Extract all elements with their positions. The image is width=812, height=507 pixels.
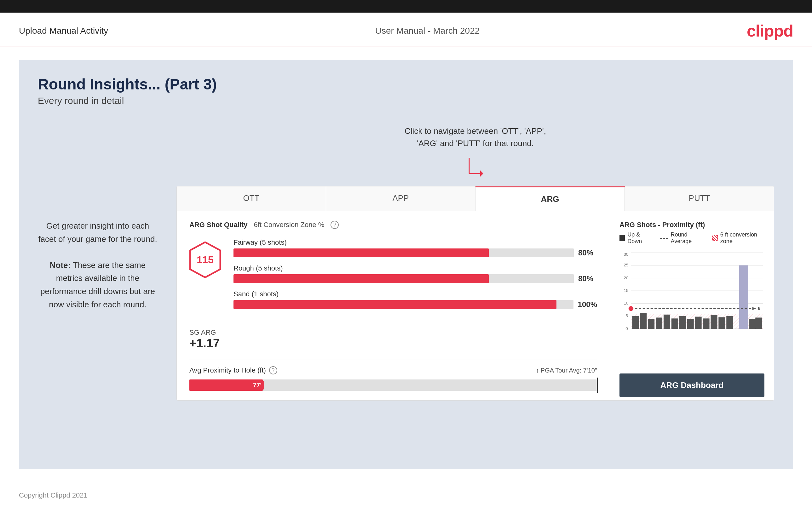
svg-text:15: 15 bbox=[623, 288, 628, 293]
tabs-container: OTT APP ARG PUTT bbox=[177, 186, 774, 211]
legend-round-avg: Round Average bbox=[660, 231, 705, 245]
svg-rect-20 bbox=[632, 316, 639, 329]
chart-header: ARG Shots - Proximity (ft) Up & Down Rou… bbox=[619, 221, 764, 245]
tab-app[interactable]: APP bbox=[326, 186, 475, 211]
svg-text:30: 30 bbox=[623, 252, 628, 257]
right-panel: Click to navigate between 'OTT', 'APP','… bbox=[176, 125, 774, 401]
footer: Copyright Clippd 2021 bbox=[0, 482, 812, 507]
svg-rect-30 bbox=[703, 318, 710, 329]
svg-rect-25 bbox=[671, 318, 678, 329]
svg-point-37 bbox=[629, 306, 633, 311]
upload-activity-link[interactable]: Upload Manual Activity bbox=[19, 26, 108, 36]
sand-row: Sand (1 shots) 100% bbox=[234, 290, 597, 309]
tab-arg[interactable]: ARG bbox=[475, 186, 625, 211]
hex-bars-container: 115 Fairway (5 shots) bbox=[189, 238, 597, 316]
svg-marker-38 bbox=[753, 307, 756, 310]
round-avg-icon bbox=[660, 238, 668, 239]
sand-pct: 100% bbox=[578, 300, 597, 309]
card-left-section: ARG Shot Quality 6ft Conversion Zone % ? bbox=[177, 211, 610, 400]
pga-avg: ↑ PGA Tour Avg: 7'10" bbox=[536, 367, 597, 374]
6ft-zone-icon bbox=[712, 235, 718, 241]
svg-rect-23 bbox=[656, 318, 662, 329]
svg-rect-31 bbox=[711, 315, 717, 329]
proximity-header: Avg Proximity to Hole (ft) ? ↑ PGA Tour … bbox=[189, 366, 597, 375]
card-right-section: ARG Shots - Proximity (ft) Up & Down Rou… bbox=[610, 211, 774, 400]
legend-up-down: Up & Down bbox=[619, 231, 652, 245]
proximity-chart: 0 5 10 15 20 25 30 bbox=[619, 251, 764, 333]
clippd-logo: clippd bbox=[747, 21, 793, 40]
svg-rect-34 bbox=[749, 319, 756, 329]
shot-bars: Fairway (5 shots) 80% bbox=[234, 238, 597, 316]
help-icon[interactable]: ? bbox=[331, 221, 339, 229]
rough-label: Rough (5 shots) bbox=[234, 264, 597, 272]
manual-title: User Manual - March 2022 bbox=[375, 26, 479, 36]
left-panel: Get greater insight into each facet of y… bbox=[38, 125, 158, 401]
top-bar bbox=[0, 0, 812, 13]
proximity-help-icon[interactable]: ? bbox=[269, 366, 277, 375]
chart-area: 0 5 10 15 20 25 30 bbox=[619, 251, 764, 369]
description-text: Get greater insight into each facet of y… bbox=[38, 221, 157, 309]
annotation-text: Click to navigate between 'OTT', 'APP','… bbox=[176, 125, 774, 150]
svg-rect-32 bbox=[718, 318, 725, 329]
sg-label: SG ARG bbox=[189, 329, 597, 337]
sand-bar-track bbox=[234, 300, 573, 309]
svg-rect-35 bbox=[755, 318, 762, 329]
svg-rect-26 bbox=[679, 316, 686, 329]
conversion-zone-label: 6ft Conversion Zone % bbox=[254, 221, 324, 229]
fairway-label: Fairway (5 shots) bbox=[234, 238, 597, 246]
rough-bar-fill bbox=[234, 274, 489, 283]
svg-text:5: 5 bbox=[625, 314, 628, 318]
proximity-cursor bbox=[597, 378, 598, 393]
rough-row: Rough (5 shots) 80% bbox=[234, 264, 597, 283]
annotation-arrow bbox=[176, 155, 774, 183]
svg-marker-2 bbox=[480, 170, 484, 177]
card-body: ARG Shot Quality 6ft Conversion Zone % ? bbox=[177, 211, 774, 400]
svg-text:8: 8 bbox=[758, 306, 761, 311]
svg-text:10: 10 bbox=[623, 301, 628, 305]
svg-rect-29 bbox=[695, 317, 702, 329]
svg-text:20: 20 bbox=[623, 276, 628, 280]
up-down-label: Up & Down bbox=[627, 231, 652, 245]
svg-rect-28 bbox=[687, 319, 694, 329]
svg-rect-27 bbox=[739, 266, 748, 329]
legend-6ft: 6 ft conversion zone bbox=[712, 231, 764, 245]
arg-dashboard-button[interactable]: ARG Dashboard bbox=[619, 374, 764, 397]
proximity-title: Avg Proximity to Hole (ft) ? bbox=[189, 366, 277, 375]
left-description: Get greater insight into each facet of y… bbox=[38, 220, 158, 311]
sand-bar-fill bbox=[234, 300, 556, 309]
round-avg-label: Round Average bbox=[670, 231, 705, 245]
sand-label: Sand (1 shots) bbox=[234, 290, 597, 298]
proximity-bar-fill: 77' bbox=[189, 380, 263, 391]
fairway-pct: 80% bbox=[578, 248, 597, 257]
chart-legend: Up & Down Round Average 6 ft conversion … bbox=[619, 231, 764, 245]
svg-text:0: 0 bbox=[625, 326, 628, 331]
hex-value: 115 bbox=[197, 254, 213, 266]
rough-pct: 80% bbox=[578, 274, 597, 283]
hexagon: 115 bbox=[189, 241, 221, 278]
svg-rect-22 bbox=[648, 319, 654, 329]
copyright: Copyright Clippd 2021 bbox=[19, 491, 88, 499]
svg-rect-21 bbox=[640, 313, 647, 329]
main-content: Round Insights... (Part 3) Every round i… bbox=[19, 60, 793, 469]
header: Upload Manual Activity User Manual - Mar… bbox=[0, 13, 812, 47]
fairway-row: Fairway (5 shots) 80% bbox=[234, 238, 597, 257]
fairway-bar-track bbox=[234, 248, 574, 257]
page-title: Round Insights... (Part 3) bbox=[38, 75, 774, 93]
tab-putt[interactable]: PUTT bbox=[625, 186, 774, 211]
page-subtitle: Every round in detail bbox=[38, 96, 774, 106]
rough-bar-track bbox=[234, 274, 574, 283]
proximity-label: Avg Proximity to Hole (ft) bbox=[189, 366, 266, 375]
proximity-bar-track: 77' bbox=[189, 380, 597, 391]
shot-quality-label: ARG Shot Quality bbox=[189, 221, 248, 229]
round-insights-card: OTT APP ARG PUTT ARG Shot Quality 6ft Co… bbox=[176, 186, 774, 401]
fairway-bar-fill bbox=[234, 248, 489, 257]
6ft-zone-label: 6 ft conversion zone bbox=[720, 231, 764, 245]
chart-title: ARG Shots - Proximity (ft) bbox=[619, 221, 764, 229]
section-header: ARG Shot Quality 6ft Conversion Zone % ? bbox=[189, 221, 597, 229]
sg-section: SG ARG +1.17 bbox=[189, 329, 597, 350]
proximity-section: Avg Proximity to Hole (ft) ? ↑ PGA Tour … bbox=[189, 359, 597, 391]
tab-ott[interactable]: OTT bbox=[177, 186, 326, 211]
svg-text:25: 25 bbox=[623, 263, 628, 268]
sg-value: +1.17 bbox=[189, 337, 597, 350]
svg-rect-24 bbox=[664, 315, 670, 329]
